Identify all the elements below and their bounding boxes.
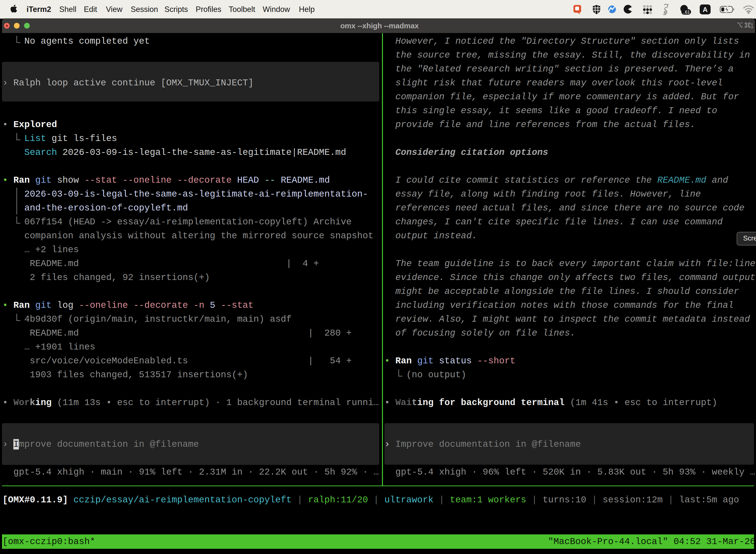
svg-text:A: A: [703, 6, 708, 13]
svg-text:..61: ..61: [683, 10, 690, 15]
